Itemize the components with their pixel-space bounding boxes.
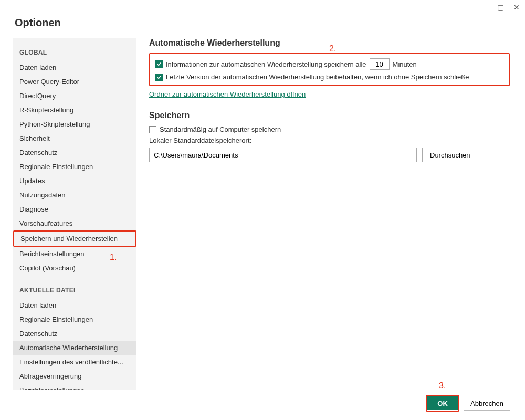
dialog-title: Optionen bbox=[0, 15, 525, 38]
sidebar-item-updates[interactable]: Updates bbox=[13, 174, 136, 188]
sidebar-item-diagnose[interactable]: Diagnose bbox=[13, 202, 136, 216]
browse-button[interactable]: Durchsuchen bbox=[422, 148, 478, 162]
input-default-local-path[interactable] bbox=[149, 148, 417, 162]
sidebar-item-regionale-einstellungen[interactable]: Regionale Einstellungen bbox=[13, 160, 136, 174]
autorecovery-options-group: Informationen zur automatischen Wiederhe… bbox=[149, 53, 510, 86]
sidebar-item-cf-regionale-einstellungen[interactable]: Regionale Einstellungen bbox=[13, 312, 136, 327]
input-autorecovery-minutes[interactable] bbox=[370, 58, 390, 70]
maximize-icon[interactable]: ▢ bbox=[497, 3, 504, 12]
sidebar-item-cf-datenschutz[interactable]: Datenschutz bbox=[13, 327, 136, 341]
sidebar-item-r-skripterstellung[interactable]: R-Skripterstellung bbox=[13, 103, 136, 117]
link-open-autorecovery-folder[interactable]: Ordner zur automatischen Wiederherstellu… bbox=[149, 90, 306, 98]
sidebar-item-cf-daten-laden[interactable]: Daten laden bbox=[13, 298, 136, 312]
sidebar-item-datenschutz[interactable]: Datenschutz bbox=[13, 145, 136, 160]
sidebar-item-cf-abfrageverringerung[interactable]: Abfrageverringerung bbox=[13, 369, 136, 383]
sidebar-item-nutzungsdaten[interactable]: Nutzungsdaten bbox=[13, 188, 136, 202]
ok-button[interactable]: OK bbox=[427, 396, 458, 410]
label-default-local-path: Lokaler Standarddateispeicherort: bbox=[149, 136, 510, 144]
sidebar-item-cf-berichtseinstellungen[interactable]: Berichtseinstellungen bbox=[13, 383, 136, 390]
ok-button-highlight: OK bbox=[426, 395, 459, 412]
sidebar-item-copilot-vorschau[interactable]: Copilot (Vorschau) bbox=[13, 261, 136, 275]
cancel-button[interactable]: Abbrechen bbox=[464, 396, 510, 411]
sidebar-item-power-query-editor[interactable]: Power Query-Editor bbox=[13, 75, 136, 89]
label-save-autorecovery-prefix: Informationen zur automatischen Wiederhe… bbox=[166, 60, 366, 68]
save-heading: Speichern bbox=[149, 111, 510, 120]
sidebar-item-sicherheit[interactable]: Sicherheit bbox=[13, 131, 136, 145]
sidebar-item-cf-einstellungen-veroeffentlichte[interactable]: Einstellungen des veröffentlichte... bbox=[13, 355, 136, 369]
label-keep-last-autorecovery: Letzte Version der automatischen Wiederh… bbox=[166, 73, 469, 81]
sidebar-item-speichern-wiederherstellen[interactable]: Speichern und Wiederherstellen bbox=[13, 230, 136, 247]
sidebar-item-berichtseinstellungen[interactable]: Berichtseinstellungen bbox=[13, 247, 136, 261]
sidebar-section-global: GLOBAL bbox=[13, 45, 136, 60]
annotation-3: 3. bbox=[439, 381, 446, 391]
checkbox-keep-last-autorecovery[interactable] bbox=[155, 74, 163, 81]
checkbox-save-to-computer-default[interactable] bbox=[149, 126, 156, 133]
sidebar-item-cf-automatische-wiederherstellung[interactable]: Automatische Wiederherstellung bbox=[13, 341, 136, 355]
sidebar-item-python-skripterstellung[interactable]: Python-Skripterstellung bbox=[13, 117, 136, 131]
annotation-2: 2. bbox=[329, 44, 336, 54]
annotation-1: 1. bbox=[110, 253, 117, 262]
sidebar-section-current-file: AKTUELLE DATEI bbox=[13, 282, 136, 298]
sidebar-item-directquery[interactable]: DirectQuery bbox=[13, 89, 136, 103]
sidebar-item-vorschaufeatures[interactable]: Vorschaufeatures bbox=[13, 216, 136, 230]
sidebar: GLOBAL Daten laden Power Query-Editor Di… bbox=[13, 38, 136, 390]
options-dialog: ▢ ✕ Optionen GLOBAL Daten laden Power Qu… bbox=[0, 0, 525, 420]
dialog-footer: OK Abbrechen bbox=[426, 395, 510, 412]
checkbox-save-autorecovery[interactable] bbox=[155, 60, 163, 68]
sidebar-item-daten-laden[interactable]: Daten laden bbox=[13, 60, 136, 75]
content-panel: Automatische Wiederherstellung Informati… bbox=[147, 38, 512, 390]
label-save-to-computer-default: Standardmäßig auf Computer speichern bbox=[160, 125, 281, 133]
close-icon[interactable]: ✕ bbox=[513, 3, 520, 12]
label-save-autorecovery-suffix: Minuten bbox=[393, 60, 417, 68]
titlebar: ▢ ✕ bbox=[0, 0, 525, 15]
